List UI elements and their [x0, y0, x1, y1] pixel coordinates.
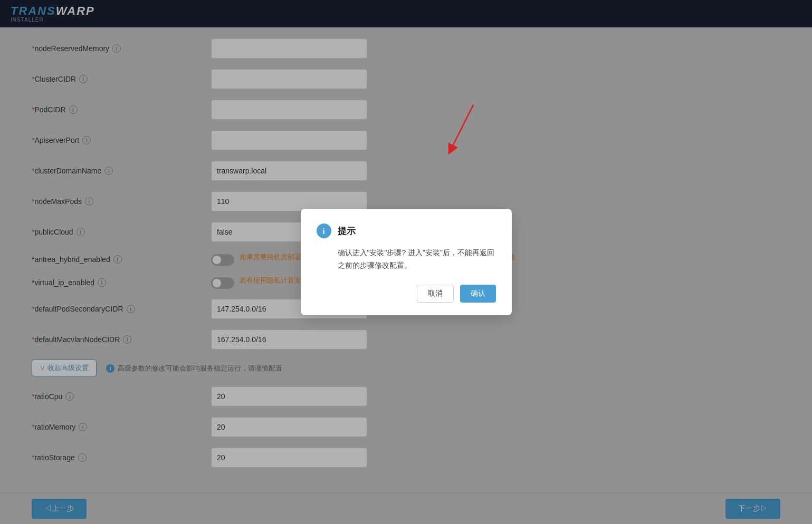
modal-title: 提示: [338, 225, 356, 237]
cancel-button[interactable]: 取消: [417, 285, 454, 303]
modal-overlay: i 提示 确认进入"安装"步骤? 进入"安装"后，不能再返回 之前的步骤修改配置…: [0, 0, 812, 524]
modal-body-line2: 之前的步骤修改配置。: [338, 259, 496, 272]
confirm-button[interactable]: 确认: [460, 285, 496, 303]
modal-header: i 提示: [317, 224, 496, 238]
modal-info-icon: i: [317, 224, 331, 238]
modal-dialog: i 提示 确认进入"安装"步骤? 进入"安装"后，不能再返回 之前的步骤修改配置…: [301, 209, 512, 315]
modal-body-line1: 确认进入"安装"步骤? 进入"安装"后，不能再返回: [338, 247, 496, 259]
modal-footer: 取消 确认: [317, 285, 496, 303]
modal-body: 确认进入"安装"步骤? 进入"安装"后，不能再返回 之前的步骤修改配置。: [317, 247, 496, 272]
